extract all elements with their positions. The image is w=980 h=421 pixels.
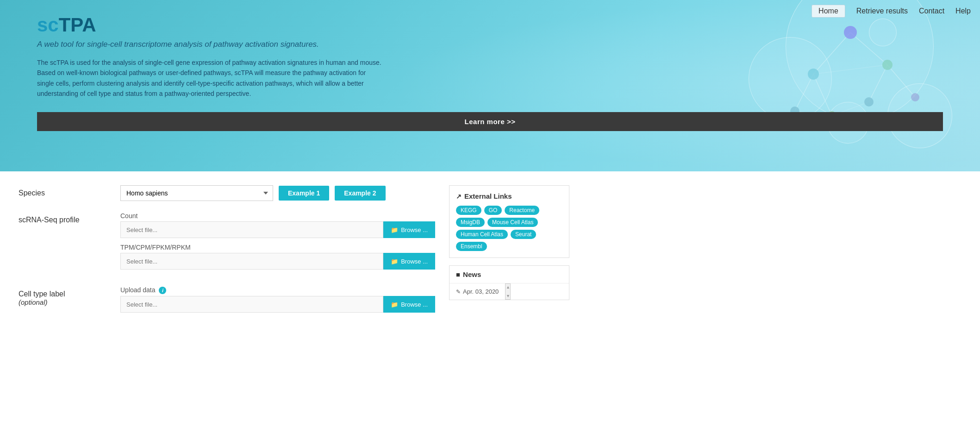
tpm-browse-button[interactable]: 📁 Browse ... xyxy=(383,253,435,270)
link-ensembl[interactable]: Ensembl xyxy=(456,242,487,251)
species-select[interactable]: Homo sapiens Mus musculus xyxy=(120,185,273,201)
main-content: Species Homo sapiens Mus musculus Exampl… xyxy=(0,171,980,343)
folder-icon-2: 📁 xyxy=(391,258,398,265)
tpm-input-row: 📁 Browse ... xyxy=(120,253,435,270)
tpm-file-input[interactable] xyxy=(120,253,383,270)
species-controls: Homo sapiens Mus musculus Example 1 Exam… xyxy=(120,185,435,201)
folder-icon-3: 📁 xyxy=(391,301,398,308)
link-human-cell-atlas[interactable]: Human Cell Atlas xyxy=(456,230,508,239)
title-tpa: TPA xyxy=(59,14,96,36)
nav-home[interactable]: Home xyxy=(811,5,845,18)
browse-label: Browse ... xyxy=(401,226,428,233)
scrna-row: scRNA-Seq profile Count 📁 Browse ... T xyxy=(19,212,435,275)
species-label: Species xyxy=(19,185,111,197)
count-input-row: 📁 Browse ... xyxy=(120,221,435,238)
tpm-label: TPM/CPM/FPKM/RPKM xyxy=(120,244,435,251)
browse-label-3: Browse ... xyxy=(401,301,428,308)
external-links-tags: KEGG GO Reactome MsigDB Mouse Cell Atlas… xyxy=(456,206,562,251)
news-content: ✎ Apr. 03, 2020 xyxy=(449,283,505,300)
svg-line-4 xyxy=(869,65,887,102)
external-links-card: ↗ External Links KEGG GO Reactome MsigDB… xyxy=(449,185,569,258)
cell-type-browse-button[interactable]: 📁 Browse ... xyxy=(383,296,435,313)
svg-line-3 xyxy=(813,74,832,116)
info-icon[interactable]: i xyxy=(159,287,166,294)
svg-line-2 xyxy=(795,74,813,111)
link-reactome[interactable]: Reactome xyxy=(505,206,539,215)
scrna-controls: Count 📁 Browse ... TPM/CPM/FPKM/RPKM xyxy=(120,212,435,275)
count-upload-group: Count 📁 Browse ... xyxy=(120,212,435,238)
pencil-icon: ✎ xyxy=(456,289,461,295)
count-file-input[interactable] xyxy=(120,221,383,238)
link-mouse-cell-atlas[interactable]: Mouse Cell Atlas xyxy=(487,218,538,227)
cell-type-upload-group: Upload data i 📁 Browse ... xyxy=(120,286,435,313)
link-go[interactable]: GO xyxy=(484,206,502,215)
hero-section: scTPA A web tool for single-cell transcr… xyxy=(0,0,980,171)
svg-line-6 xyxy=(813,65,887,74)
nav-retrieve[interactable]: Retrieve results xyxy=(856,7,908,15)
cell-type-input-row: 📁 Browse ... xyxy=(120,296,435,313)
learn-more-button[interactable]: Learn more >> xyxy=(37,112,943,131)
news-card: ■ News ✎ Apr. 03, 2020 ▲ ▼ xyxy=(449,265,569,300)
news-date: ✎ Apr. 03, 2020 xyxy=(456,288,499,295)
title-sc: sc xyxy=(37,14,59,36)
navigation: Home Retrieve results Contact Help xyxy=(802,0,980,22)
news-title: ■ News xyxy=(449,266,569,283)
cell-type-row: Cell type label (optional) Upload data i… xyxy=(19,286,435,318)
example1-button[interactable]: Example 1 xyxy=(279,186,329,201)
link-msigdb[interactable]: MsigDB xyxy=(456,218,485,227)
count-browse-button[interactable]: 📁 Browse ... xyxy=(383,221,435,238)
count-label: Count xyxy=(120,212,435,220)
svg-point-10 xyxy=(808,69,819,80)
species-row: Species Homo sapiens Mus musculus Exampl… xyxy=(19,185,435,201)
sidebar: ↗ External Links KEGG GO Reactome MsigDB… xyxy=(449,185,569,300)
news-icon: ■ xyxy=(456,270,460,278)
form-section: Species Homo sapiens Mus musculus Exampl… xyxy=(19,185,435,329)
nav-contact[interactable]: Contact xyxy=(919,7,944,15)
news-scrollbar[interactable]: ▲ ▼ xyxy=(505,283,511,300)
svg-point-11 xyxy=(882,60,893,70)
nav-help[interactable]: Help xyxy=(955,7,971,15)
folder-icon: 📁 xyxy=(391,226,398,233)
svg-line-0 xyxy=(813,32,850,74)
cell-type-label: Cell type label (optional) xyxy=(19,286,111,306)
tpm-upload-group: TPM/CPM/FPKM/RPKM 📁 Browse ... xyxy=(120,244,435,270)
cell-type-controls: Upload data i 📁 Browse ... xyxy=(120,286,435,318)
hero-description: The scTPA is used for the analysis of si… xyxy=(37,57,384,99)
scrna-label: scRNA-Seq profile xyxy=(19,212,111,224)
link-kegg[interactable]: KEGG xyxy=(456,206,481,215)
news-body: ✎ Apr. 03, 2020 ▲ ▼ xyxy=(449,283,569,300)
cell-type-optional: (optional) xyxy=(19,298,111,306)
hero-subtitle: A web tool for single-cell transcriptome… xyxy=(37,40,943,49)
external-links-title: ↗ External Links xyxy=(456,192,562,200)
link-seurat[interactable]: Seurat xyxy=(511,230,536,239)
svg-point-15 xyxy=(911,93,919,101)
cell-type-file-input[interactable] xyxy=(120,296,383,313)
browse-label-2: Browse ... xyxy=(401,258,428,265)
network-visualization xyxy=(758,19,943,153)
svg-line-5 xyxy=(887,65,915,97)
svg-point-14 xyxy=(864,97,874,107)
external-link-icon: ↗ xyxy=(456,193,462,200)
upload-data-label: Upload data i xyxy=(120,286,435,294)
example2-button[interactable]: Example 2 xyxy=(335,186,385,201)
